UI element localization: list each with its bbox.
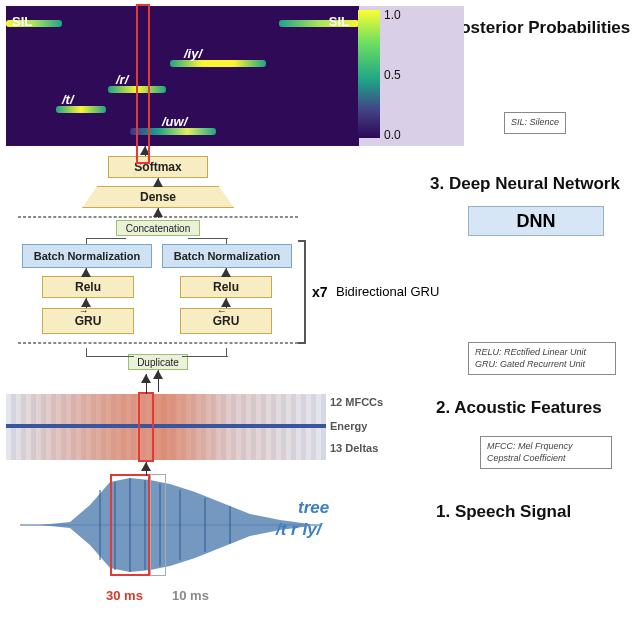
block-gru-fwd: → GRU — [42, 308, 134, 334]
bidir-x7: x7 — [312, 284, 328, 300]
bidir-bottom-dotted — [18, 342, 298, 344]
label-energy: Energy — [330, 420, 367, 432]
posterior-label-r: /r/ — [116, 72, 128, 87]
block-concat: Concatenation — [116, 220, 200, 236]
label-10ms: 10 ms — [172, 588, 209, 603]
bidir-label: Bidirectional GRU — [336, 284, 439, 299]
section-title-1: 1. Speech Signal — [436, 502, 571, 522]
window-30ms — [110, 474, 150, 576]
waveform — [20, 470, 320, 580]
label-deltas: 13 Deltas — [330, 442, 378, 454]
block-relu-right: Relu — [180, 276, 272, 298]
legend-sil: SIL: Silence — [504, 112, 566, 134]
posterior-band-iy — [170, 60, 266, 67]
figure-root: 4. Posterior Probabilities 3. Deep Neura… — [0, 0, 640, 620]
posterior-label-uw: /uw/ — [162, 114, 187, 129]
posterior-highlight-column — [136, 4, 150, 164]
block-softmax: Softmax — [108, 156, 208, 178]
gru-bwd-label: GRU — [213, 314, 240, 328]
posterior-heatmap: SIL SIL /t/ /r/ /iy/ /uw/ — [6, 6, 359, 146]
posterior-label-iy: /iy/ — [184, 46, 202, 61]
section-title-3: 3. Deep Neural Network — [430, 174, 620, 194]
label-mfcc: 12 MFCCs — [330, 396, 383, 408]
legend-mfcc: MFCC: Mel Frquency Cepstral Coefficient — [480, 436, 612, 469]
gru-fwd-label: GRU — [75, 314, 102, 328]
colorbar — [358, 10, 380, 138]
window-10ms — [150, 474, 166, 576]
posterior-label-sil-right: SIL — [329, 14, 349, 29]
block-gru-bwd: ← GRU — [180, 308, 272, 334]
feature-energy-row — [6, 424, 326, 428]
colorbar-tick-1: 1.0 — [384, 8, 401, 22]
legend-dnn: RELU: REctified Linear Unit GRU: Gated R… — [468, 342, 616, 375]
posterior-label-sil-left: SIL — [12, 14, 32, 29]
bidir-bracket — [298, 240, 306, 344]
phon-label: /t r iy/ — [276, 520, 321, 540]
waveform-svg — [20, 470, 320, 580]
dnn-stack: Softmax Dense Concatenation Batch Normal… — [12, 156, 322, 396]
colorbar-tick-05: 0.5 — [384, 68, 401, 82]
colorbar-tick-0: 0.0 — [384, 128, 401, 142]
block-dense: Dense — [82, 186, 234, 208]
section-title-2: 2. Acoustic Features — [436, 398, 602, 418]
feature-highlight — [138, 392, 154, 462]
dnn-badge: DNN — [468, 206, 604, 236]
label-30ms: 30 ms — [106, 588, 143, 603]
posterior-band-t — [56, 106, 106, 113]
block-bn-left: Batch Normalization — [22, 244, 152, 268]
block-duplicate: Duplicate — [128, 354, 188, 370]
word-label: tree — [298, 498, 329, 518]
block-relu-left: Relu — [42, 276, 134, 298]
block-bn-right: Batch Normalization — [162, 244, 292, 268]
posterior-label-t: /t/ — [62, 92, 74, 107]
